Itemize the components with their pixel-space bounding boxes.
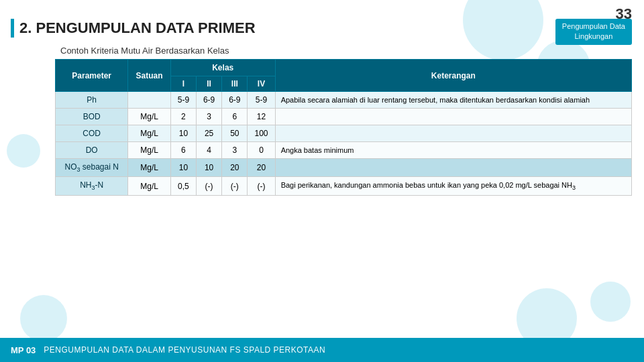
k2-no3: 10	[197, 159, 222, 177]
table-row: NO3 sebagai N Mg/L 10 10 20 20	[56, 159, 632, 177]
k4-do: 0	[248, 142, 275, 159]
k3-no3: 20	[222, 159, 248, 177]
ket-ph: Apabila secara alamiah di luar rentang t…	[275, 92, 631, 109]
footer-bar: MP 03 PENGUMPULAN DATA DALAM PENYUSUNAN …	[0, 338, 644, 362]
k2-do: 4	[197, 142, 222, 159]
table-row: NH3-N Mg/L 0,5 (-) (-) (-) Bagi perikana…	[56, 177, 632, 195]
k1-nh3: 0,5	[170, 177, 196, 195]
kelas-I: I	[170, 76, 196, 92]
col-header-kelas: Kelas	[170, 60, 275, 76]
satuan-nh3: Mg/L	[128, 177, 170, 195]
satuan-ph	[128, 92, 170, 109]
section-title-text: 2. PENGUMPULAN DATA PRIMER	[19, 19, 256, 37]
satuan-cod: Mg/L	[128, 125, 170, 142]
ket-bod	[275, 109, 631, 125]
table-container: Parameter Satuan Kelas Keterangan I II I…	[55, 59, 632, 196]
k4-cod: 100	[248, 125, 275, 142]
k1-ph: 5-9	[170, 92, 196, 109]
k4-ph: 5-9	[248, 92, 275, 109]
ket-do: Angka batas minimum	[275, 142, 631, 159]
deco-circle-3	[590, 282, 631, 322]
table-row: COD Mg/L 10 25 50 100	[56, 125, 632, 142]
k4-no3: 20	[248, 159, 275, 177]
k2-ph: 6-9	[197, 92, 222, 109]
kelas-III: III	[222, 76, 248, 92]
table-row: DO Mg/L 6 4 3 0 Angka batas minimum	[56, 142, 632, 159]
param-no3: NO3 sebagai N	[56, 159, 128, 177]
k1-bod: 2	[170, 109, 196, 125]
param-nh3: NH3-N	[56, 177, 128, 195]
table-row: BOD Mg/L 2 3 6 12	[56, 109, 632, 125]
satuan-do: Mg/L	[128, 142, 170, 159]
ket-cod	[275, 125, 631, 142]
col-header-parameter: Parameter	[56, 60, 128, 92]
kelas-II: II	[197, 76, 222, 92]
param-do: DO	[56, 142, 128, 159]
k2-bod: 3	[197, 109, 222, 125]
k3-do: 3	[222, 142, 248, 159]
deco-circle-5	[7, 134, 40, 168]
satuan-bod: Mg/L	[128, 109, 170, 125]
k2-cod: 25	[197, 125, 222, 142]
footer-mp-label: MP 03	[11, 345, 36, 355]
k1-no3: 10	[170, 159, 196, 177]
deco-circle-1	[463, 0, 543, 60]
k3-ph: 6-9	[222, 92, 248, 109]
subtitle: Contoh Kriteria Mutu Air Berdasarkan Kel…	[60, 46, 229, 56]
k1-cod: 10	[170, 125, 196, 142]
param-bod: BOD	[56, 109, 128, 125]
table-row: Ph 5-9 6-9 6-9 5-9 Apabila secara alamia…	[56, 92, 632, 109]
col-header-satuan: Satuan	[128, 60, 170, 92]
k2-nh3: (-)	[197, 177, 222, 195]
data-table: Parameter Satuan Kelas Keterangan I II I…	[55, 59, 632, 196]
header-row: Parameter Satuan Kelas Keterangan	[56, 60, 632, 76]
kelas-IV: IV	[248, 76, 275, 92]
param-cod: COD	[56, 125, 128, 142]
title-bar	[11, 19, 14, 38]
k3-cod: 50	[222, 125, 248, 142]
k3-nh3: (-)	[222, 177, 248, 195]
k1-do: 6	[170, 142, 196, 159]
param-ph: Ph	[56, 92, 128, 109]
ket-no3	[275, 159, 631, 177]
k3-bod: 6	[222, 109, 248, 125]
ket-nh3: Bagi perikanan, kandungan ammonia bebas …	[275, 177, 631, 195]
section-title: 2. PENGUMPULAN DATA PRIMER	[11, 19, 256, 38]
k4-nh3: (-)	[248, 177, 275, 195]
col-header-keterangan: Keterangan	[275, 60, 631, 92]
satuan-no3: Mg/L	[128, 159, 170, 177]
deco-circle-6	[20, 295, 67, 342]
top-right-label: Pengumpulan Data Lingkungan	[555, 19, 632, 45]
footer-text: PENGUMPULAN DATA DALAM PENYUSUNAN FS SPA…	[44, 345, 325, 355]
k4-bod: 12	[248, 109, 275, 125]
